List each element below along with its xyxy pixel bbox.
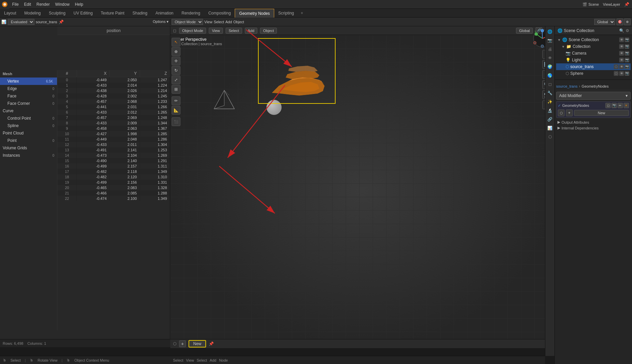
tree-item-vertex[interactable]: Vertex6.5K — [0, 78, 57, 85]
render-icon[interactable]: 📷 — [625, 58, 629, 62]
add-node-btn[interactable]: + — [566, 110, 573, 116]
node-editor-canvas[interactable] — [170, 348, 545, 356]
menu-help[interactable]: Help — [72, 0, 86, 9]
menu-file[interactable]: File — [9, 0, 21, 9]
filter-icon[interactable]: 🔍 — [619, 28, 624, 33]
viewport-add-menu[interactable]: Add — [245, 28, 258, 34]
edit-icon[interactable]: ✏ — [617, 103, 623, 108]
output-attributes-section[interactable]: ▶ Output Attributes — [556, 119, 631, 125]
modifier-icon-btn[interactable]: 🔧 — [546, 89, 554, 97]
tab-shading[interactable]: Shading — [128, 9, 151, 18]
node-view-btn[interactable]: View — [186, 358, 194, 362]
tab-layout[interactable]: Layout — [0, 9, 20, 18]
eye-icon[interactable]: 👁 — [619, 44, 624, 49]
close-icon[interactable]: ✕ — [624, 103, 629, 108]
tree-item-curve[interactable]: Curve — [0, 107, 57, 115]
render-icon-btn[interactable]: 📷 — [546, 36, 554, 44]
viewport-add-btn[interactable]: Add — [225, 20, 232, 24]
cursor-tool[interactable]: ⊕ — [172, 47, 180, 56]
add-cube-tool[interactable]: ⬛ — [172, 117, 180, 126]
light-item[interactable]: 💡 Light 👁 📷 — [556, 57, 631, 63]
node-node-btn[interactable]: Node — [219, 358, 228, 362]
modifier-new-button[interactable]: New — [574, 110, 629, 116]
options-btn[interactable]: Options ▾ — [153, 20, 169, 24]
move-tool[interactable]: ✛ — [172, 57, 180, 65]
object-icon-btn[interactable]: ◻ — [546, 80, 554, 88]
tab-sculpting[interactable]: Sculpting — [45, 9, 69, 18]
physics-icon-btn[interactable]: 🔬 — [546, 107, 554, 115]
rotate-tool[interactable]: ↻ — [172, 66, 180, 75]
menu-render[interactable]: Render — [34, 0, 52, 9]
transform-dropdown[interactable]: Global — [594, 19, 615, 25]
add-modifier-dropdown[interactable]: Add Modifier ▾ — [556, 92, 631, 100]
constraints-icon-btn[interactable]: 🔗 — [546, 115, 554, 123]
tab-rendering[interactable]: Rendering — [177, 9, 204, 18]
output-icon-btn[interactable]: 🖨 — [546, 45, 554, 53]
tab-geometry-nodes[interactable]: Geometry Nodes — [235, 9, 274, 18]
measure-tool[interactable]: 📐 — [172, 106, 180, 115]
geo-node-icon[interactable]: ⬡ — [614, 71, 619, 76]
annotate-tool[interactable]: ✏ — [172, 96, 180, 105]
render-icon[interactable]: 📷 — [625, 64, 629, 69]
add-workspace-tab[interactable]: + — [298, 11, 306, 16]
geo-node-icon[interactable]: ⬡ — [614, 64, 619, 69]
geo-node-check[interactable]: ✓ — [558, 103, 561, 108]
internal-dependencies-section[interactable]: ▶ Internal Dependencies — [556, 125, 631, 131]
node-group-icon[interactable]: ⬡ — [558, 110, 565, 116]
menu-window[interactable]: Window — [52, 0, 72, 9]
menu-edit[interactable]: Edit — [21, 0, 34, 9]
tree-item-volume-grids[interactable]: Volume Grids — [0, 144, 57, 152]
node-select-btn[interactable]: Select — [197, 358, 207, 362]
scale-tool[interactable]: ⤢ — [172, 75, 180, 84]
viewport-object-menu[interactable]: Object — [260, 28, 277, 34]
node-pin-icon[interactable]: 📌 — [209, 341, 214, 346]
node-add-btn[interactable]: Add — [210, 358, 217, 362]
viewport-view-menu[interactable]: View — [209, 28, 223, 34]
node-new-button[interactable]: New — [189, 340, 206, 347]
viewport-icon-2[interactable]: ⊕ — [624, 19, 631, 25]
viewport-object-mode-btn[interactable]: Object Mode — [179, 28, 206, 34]
tab-uv-editing[interactable]: UV Editing — [69, 9, 97, 18]
view-mode-dropdown[interactable]: Object Mode — [172, 19, 203, 25]
eye-icon[interactable]: 👁 — [619, 37, 624, 42]
eye-icon[interactable]: 👁 — [619, 58, 624, 62]
tree-item-edge[interactable]: Edge0 — [0, 85, 57, 92]
tree-item-spline[interactable]: Spline0 — [0, 122, 57, 129]
tab-texture-paint[interactable]: Texture Paint — [97, 9, 128, 18]
tab-modeling[interactable]: Modeling — [20, 9, 45, 18]
tab-scripting[interactable]: Scripting — [274, 9, 298, 18]
render-icon[interactable]: 📷 — [625, 71, 629, 76]
select-box-tool[interactable]: ↖ — [172, 38, 180, 47]
eye-icon[interactable]: 👁 — [619, 71, 624, 76]
scene2-icon-btn[interactable]: 🌍 — [546, 63, 554, 71]
tab-animation[interactable]: Animation — [151, 9, 177, 18]
camera-icon[interactable]: 📷 — [625, 37, 629, 42]
particles-icon-btn[interactable]: ✨ — [546, 98, 554, 106]
source-trans-item[interactable]: ⬡ source_trans ⬡ 👁 📷 — [556, 63, 631, 70]
viewport-icon-1[interactable]: 🎯 — [616, 19, 623, 25]
viewport-view-btn[interactable]: View — [204, 20, 212, 24]
camera-item[interactable]: 📷 Camera 👁 📷 — [556, 50, 631, 57]
node-editor-add-btn[interactable]: + — [179, 340, 186, 347]
tab-compositing[interactable]: Compositing — [204, 9, 235, 18]
render-icon[interactable]: 📷 — [611, 103, 617, 108]
camera-icon[interactable]: 📷 — [625, 44, 629, 49]
tree-item-face-corner[interactable]: Face Corner0 — [0, 100, 57, 107]
data-table-area[interactable]: # X Y Z 0-0.4492.0501.2471-0.4332.0141.2… — [57, 70, 170, 330]
material-icon-btn[interactable]: ⬡ — [546, 133, 554, 141]
viewport-select-menu[interactable]: Select — [226, 28, 242, 34]
render-icon[interactable]: 📷 — [625, 51, 629, 56]
evaluator-dropdown[interactable]: Evaluated — [8, 19, 34, 25]
viewport-select-btn[interactable]: Select — [214, 20, 224, 24]
collection-item[interactable]: ▼ 📁 Collection 👁 📷 — [556, 43, 631, 50]
options-icon[interactable]: ⚙ — [626, 28, 629, 33]
scene-root[interactable]: ▼ 🌐 Scene Collection 👁 📷 — [556, 36, 631, 43]
tree-item-face[interactable]: Face0 — [0, 92, 57, 100]
scene-icon-btn[interactable]: 🌐 — [546, 28, 554, 36]
tree-item-instances[interactable]: Instances0 — [0, 152, 57, 159]
tree-item-point[interactable]: Point0 — [0, 137, 57, 144]
data-icon-btn[interactable]: 📊 — [546, 124, 554, 132]
transform-tool[interactable]: ⊞ — [172, 85, 180, 94]
viewport-panel[interactable]: ◻ Object Mode View Select Add Object Glo… — [170, 26, 554, 347]
tree-item-point-cloud[interactable]: Point Cloud — [0, 129, 57, 137]
